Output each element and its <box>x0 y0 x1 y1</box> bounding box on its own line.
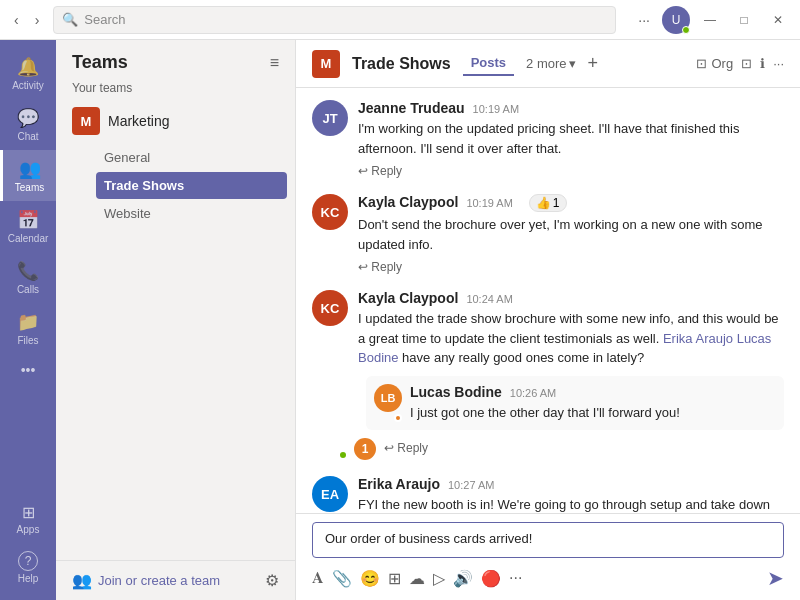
user-avatar[interactable]: U <box>662 6 690 34</box>
msg-content-2: Kayla Claypool 10:19 AM 👍 1 Don't send t… <box>358 194 784 274</box>
nav-buttons: ‹ › <box>8 8 45 32</box>
rail-item-teams[interactable]: 👥 Teams <box>0 150 56 201</box>
channel-item-website[interactable]: Website <box>96 200 287 227</box>
reply-text-3: I just got one the other day that I'll f… <box>410 403 776 423</box>
reply-sender-3: Lucas Bodine <box>410 384 502 400</box>
avatar-wrap-2: KC <box>312 194 348 274</box>
channel-item-general[interactable]: General <box>96 144 287 171</box>
reply-button-1[interactable]: ↩ Reply <box>358 164 402 178</box>
send-button[interactable]: ➤ <box>767 566 784 590</box>
rail-item-chat[interactable]: 💬 Chat <box>0 99 56 150</box>
sidebar-bottom: 👥 Join or create a team ⚙ <box>56 560 295 600</box>
avatar-1: JT <box>312 100 348 136</box>
forward-button[interactable]: › <box>29 8 46 32</box>
files-icon: 📁 <box>17 311 39 333</box>
message-input[interactable]: Our order of business cards arrived! <box>312 522 784 558</box>
unread-badge-3: 1 <box>354 438 376 460</box>
rail-item-activity[interactable]: 🔔 Activity <box>0 48 56 99</box>
chat-label: Chat <box>17 131 38 142</box>
message-group-2: KC Kayla Claypool 10:19 AM 👍 1 Don't sen… <box>312 194 784 274</box>
gif-button[interactable]: ⊞ <box>388 569 401 588</box>
reply-time-3: 10:26 AM <box>510 387 556 399</box>
online-dot-3 <box>338 450 348 460</box>
channel-name: Trade Shows <box>352 55 451 73</box>
join-label: Join or create a team <box>98 573 220 588</box>
reply-content-3: Lucas Bodine 10:26 AM I just got one the… <box>410 384 776 423</box>
more-tabs[interactable]: 2 more ▾ <box>526 56 575 71</box>
main-layout: 🔔 Activity 💬 Chat 👥 Teams 📅 Calendar 📞 C… <box>0 40 800 600</box>
message-group-3: KC Kayla Claypool 10:24 AM I updated the… <box>312 290 784 460</box>
calls-icon: 📞 <box>17 260 39 282</box>
attach-button[interactable]: 📎 <box>332 569 352 588</box>
msg-text-3b: have any really good ones come in lately… <box>402 350 644 365</box>
team-name-marketing: Marketing <box>108 113 259 129</box>
more-options-button[interactable]: ··· <box>632 8 656 32</box>
filter-button[interactable]: ≡ <box>270 54 279 72</box>
input-bar: Our order of business cards arrived! 𝐀 📎… <box>296 513 800 600</box>
settings-button[interactable]: ⚙ <box>265 571 279 590</box>
tab-posts[interactable]: Posts <box>463 51 514 76</box>
msg-time-1: 10:19 AM <box>473 103 519 115</box>
mention-1[interactable]: Erika Araujo <box>663 331 737 346</box>
reply-avatar-wrap-3: LB <box>374 384 402 423</box>
search-bar[interactable]: 🔍 Search <box>53 6 616 34</box>
add-tab-button[interactable]: + <box>588 53 599 74</box>
activity-label: Activity <box>12 80 44 91</box>
rail-item-more[interactable]: ••• <box>0 354 56 386</box>
video-button[interactable]: 🔴 <box>481 569 501 588</box>
avatar-wrap-3: KC <box>312 290 348 460</box>
avatar-wrap-1: JT <box>312 100 348 178</box>
maximize-button[interactable]: □ <box>730 6 758 34</box>
channel-item-trade-shows[interactable]: Trade Shows <box>96 172 287 199</box>
org-icon: ⊡ <box>696 56 707 71</box>
message-input-value: Our order of business cards arrived! <box>325 531 532 546</box>
reply-button-3[interactable]: ↩ Reply <box>384 441 428 455</box>
info-button[interactable]: ℹ <box>760 56 765 71</box>
share-button[interactable]: ⊡ <box>741 56 752 71</box>
team-item-marketing[interactable]: M Marketing ··· <box>56 99 295 143</box>
avatar-4: EA <box>312 476 348 512</box>
rail-item-calls[interactable]: 📞 Calls <box>0 252 56 303</box>
msg-content-1: Jeanne Trudeau 10:19 AM I'm working on t… <box>358 100 784 178</box>
team-avatar-marketing: M <box>72 107 100 135</box>
help-label: Help <box>18 573 39 584</box>
msg-header-1: Jeanne Trudeau 10:19 AM <box>358 100 784 116</box>
org-label: Org <box>711 56 733 71</box>
message-group-1: JT Jeanne Trudeau 10:19 AM I'm working o… <box>312 100 784 178</box>
minimize-button[interactable]: — <box>696 6 724 34</box>
back-button[interactable]: ‹ <box>8 8 25 32</box>
channel-more-button[interactable]: ··· <box>773 56 784 71</box>
rail-item-files[interactable]: 📁 Files <box>0 303 56 354</box>
help-icon: ? <box>18 551 38 571</box>
msg-text-2: Don't send the brochure over yet, I'm wo… <box>358 215 784 254</box>
audio-button[interactable]: 🔊 <box>453 569 473 588</box>
share-icon: ⊡ <box>741 56 752 71</box>
emoji-button[interactable]: 😊 <box>360 569 380 588</box>
avatar-2: KC <box>312 194 348 230</box>
channel-header-avatar: M <box>312 50 340 78</box>
rail-item-calendar[interactable]: 📅 Calendar <box>0 201 56 252</box>
files-label: Files <box>17 335 38 346</box>
rail-item-apps[interactable]: ⊞ Apps <box>0 495 56 543</box>
reply-thread-3: LB Lucas Bodine 10:26 AM I just got one … <box>366 376 784 431</box>
message-group-4: EA Erika Araujo 10:27 AM FYI the new boo… <box>312 476 784 513</box>
msg-sender-4: Erika Araujo <box>358 476 440 492</box>
reply-button-2[interactable]: ↩ Reply <box>358 260 402 274</box>
org-button[interactable]: ⊡ Org <box>696 56 733 71</box>
reaction-badge-2[interactable]: 👍 1 <box>529 194 567 212</box>
msg-header-4: Erika Araujo 10:27 AM <box>358 476 784 492</box>
rail-item-help[interactable]: ? Help <box>0 543 56 592</box>
sticker-button[interactable]: ☁ <box>409 569 425 588</box>
info-icon: ℹ <box>760 56 765 71</box>
join-create-team-button[interactable]: 👥 Join or create a team <box>72 571 220 590</box>
close-button[interactable]: ✕ <box>764 6 792 34</box>
schedule-button[interactable]: ▷ <box>433 569 445 588</box>
avatar-initial: U <box>672 13 681 27</box>
more-tools-button[interactable]: ··· <box>509 569 522 587</box>
reply-header-3: Lucas Bodine 10:26 AM <box>410 384 776 400</box>
format-button[interactable]: 𝐀 <box>312 569 324 587</box>
reply-msg-3: LB Lucas Bodine 10:26 AM I just got one … <box>374 384 776 423</box>
activity-icon: 🔔 <box>17 56 39 78</box>
apps-icon: ⊞ <box>22 503 35 522</box>
sidebar-header: Teams ≡ <box>56 40 295 77</box>
